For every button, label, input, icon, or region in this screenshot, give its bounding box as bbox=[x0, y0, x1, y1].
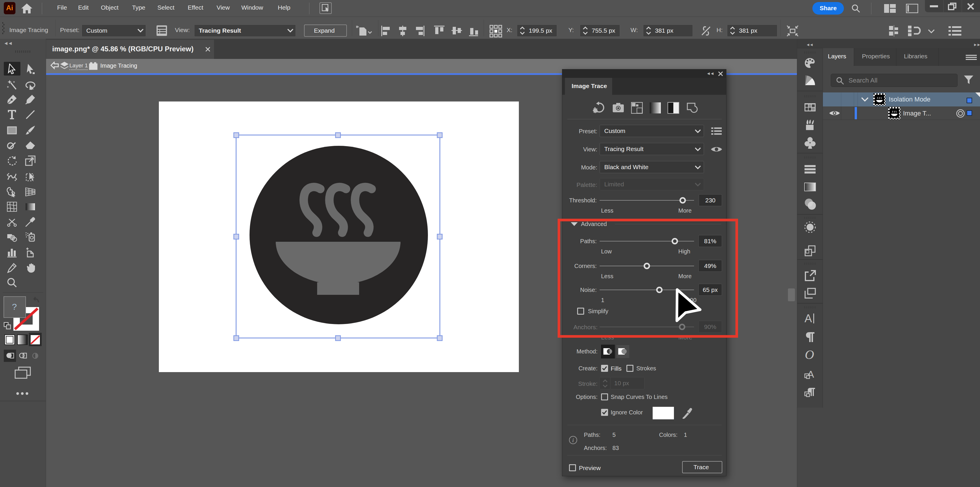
svg-text:O: O bbox=[805, 348, 814, 362]
svg-text:A: A bbox=[805, 312, 812, 325]
